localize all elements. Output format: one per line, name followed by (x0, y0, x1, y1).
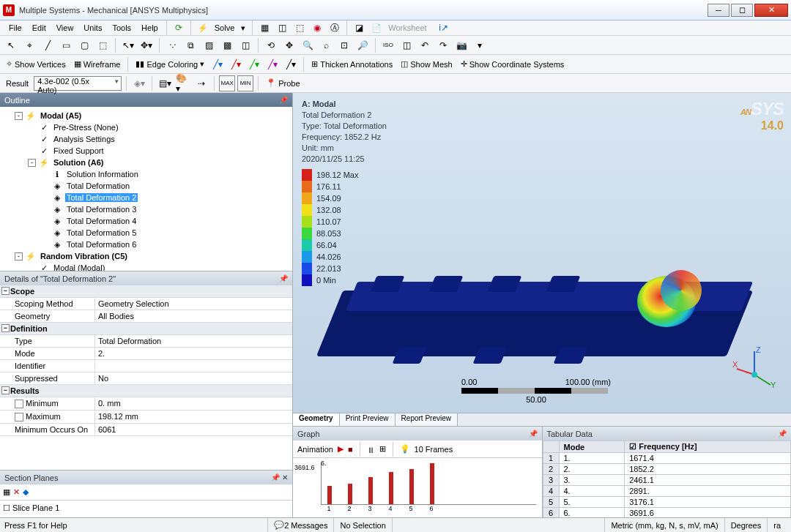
tb-icon-4[interactable]: ◉ (309, 20, 325, 36)
sel-face-icon[interactable]: ▭ (58, 37, 74, 53)
vector-icon[interactable]: ⇢ (193, 75, 209, 91)
tree-node[interactable]: ◈Total Deformation 2 (1, 192, 291, 203)
show-coord-button[interactable]: ✛Show Coordinate Systems (458, 59, 568, 69)
viewport[interactable]: A: Modal Total Deformation 2 Type: Total… (293, 93, 791, 426)
views-dd-icon[interactable]: ▾ (472, 37, 488, 53)
edge-3-icon[interactable]: ╱▾ (246, 56, 262, 72)
detail-row[interactable]: Minimum0. mm (0, 397, 292, 411)
filter-body-icon[interactable]: ▩ (219, 37, 235, 53)
tree-node[interactable]: ◈Total Deformation 5 (1, 227, 291, 239)
detail-row[interactable]: Maximum198.12 mm (0, 411, 292, 424)
tree-node[interactable]: ✓Pre-Stress (None) (1, 121, 291, 133)
view-iso-icon[interactable]: ISO (380, 37, 396, 53)
view-next-icon[interactable]: ↷ (435, 37, 451, 53)
close-button[interactable]: ✕ (754, 4, 788, 17)
tree-node[interactable]: -⚡Random Vibration (C5) (1, 250, 291, 262)
sp-del-icon[interactable]: ✕ (13, 487, 20, 497)
min-tag-icon[interactable]: MIN (237, 75, 253, 91)
menu-units[interactable]: Units (79, 22, 106, 34)
graph-chart[interactable]: 3691.6 6. 123456 (293, 458, 542, 521)
edge-5-icon[interactable]: ╱▾ (283, 56, 299, 72)
tree-node[interactable]: ✓Fixed Support (1, 145, 291, 157)
bulb-icon[interactable]: 💡 (400, 444, 410, 454)
tree-node[interactable]: ◈Total Deformation 3 (1, 203, 291, 215)
view-prev-icon[interactable]: ↶ (417, 37, 433, 53)
result-scale-combo[interactable]: 4.3e-002 (0.5x Auto) (34, 76, 122, 91)
outline-tree[interactable]: -⚡Modal (A5)✓Pre-Stress (None)✓Analysis … (0, 107, 292, 271)
refresh-icon[interactable]: ⟳ (171, 20, 187, 36)
show-vertices-button[interactable]: ✧Show Vertices (3, 59, 69, 69)
menu-help[interactable]: Help (137, 22, 163, 34)
slice-plane-checkbox[interactable]: ☐ (3, 503, 10, 512)
sp-new-icon[interactable]: ▦ (3, 487, 10, 497)
edge-2-icon[interactable]: ╱▾ (228, 56, 244, 72)
probe-button[interactable]: 📍Probe (263, 78, 302, 88)
pin-icon[interactable]: 📌 (279, 274, 288, 282)
tb-icon-3[interactable]: ⬚ (291, 20, 308, 36)
contour-icon[interactable]: ◈▾ (131, 75, 147, 91)
edge-4-icon[interactable]: ╱▾ (264, 56, 281, 72)
tree-node[interactable]: ◈Total Deformation (1, 180, 291, 192)
sel-vertex-icon[interactable]: ⌖ (21, 37, 37, 53)
tb-icon-2[interactable]: ◫ (274, 20, 290, 36)
solve-button[interactable]: ⚡Solve ▾ (195, 22, 249, 34)
worksheet-button[interactable]: 📄Worksheet (368, 22, 434, 34)
filter-node-icon[interactable]: ◫ (237, 37, 253, 53)
color-icon[interactable]: 🎨▾ (175, 75, 191, 91)
slice-plane-item[interactable]: Slice Plane 1 (12, 503, 59, 512)
details-panel[interactable]: ScopeScoping MethodGeometry SelectionGeo… (0, 285, 292, 470)
pin-icon[interactable]: 📌 (778, 430, 787, 438)
play-button[interactable]: ▶ (338, 444, 343, 454)
sel-cursor-icon[interactable]: ↖ (3, 37, 19, 53)
view-front-icon[interactable]: ◫ (398, 37, 415, 53)
tb-icon-5[interactable]: Ⓐ (327, 20, 343, 36)
info-icon[interactable]: i↗ (436, 20, 452, 36)
filter-face-icon[interactable]: ▨ (201, 37, 217, 53)
stop-button[interactable]: ■ (348, 445, 353, 454)
pan-icon[interactable]: ✥ (281, 37, 297, 53)
detail-row[interactable]: SuppressedNo (0, 372, 292, 385)
anim-opt1-icon[interactable]: ⫼ (367, 445, 375, 454)
max-tag-icon[interactable]: MAX (219, 75, 235, 91)
tree-node[interactable]: -⚡Solution (A6) (1, 157, 291, 168)
detail-row[interactable]: Minimum Occurs On6061 (0, 424, 292, 436)
minimize-button[interactable]: ─ (708, 4, 729, 17)
edge-1-icon[interactable]: ╱▾ (209, 56, 226, 72)
tb-icon-6[interactable]: ◪ (351, 20, 367, 36)
anim-opt2-icon[interactable]: ⊞ (379, 444, 386, 454)
zoom-fit-icon[interactable]: ⊡ (336, 37, 352, 53)
camera-icon[interactable]: 📷 (453, 37, 469, 53)
menu-view[interactable]: View (52, 22, 78, 34)
pin-icon[interactable]: 📌 (529, 430, 538, 438)
detail-row[interactable]: GeometryAll Bodies (0, 310, 292, 323)
tab-print-preview[interactable]: Print Preview (340, 413, 396, 426)
sel-edge-icon[interactable]: ╱ (40, 37, 56, 53)
menu-tools[interactable]: Tools (108, 22, 135, 34)
tb-icon-1[interactable]: ▦ (256, 20, 272, 36)
maximize-button[interactable]: ◻ (731, 4, 753, 17)
zoom-sel-icon[interactable]: 🔎 (354, 37, 371, 53)
edge-coloring-button[interactable]: ▮▮Edge Coloring ▾ (133, 59, 207, 69)
filter-edge-icon[interactable]: ⧉ (182, 37, 198, 53)
zoom-in-icon[interactable]: 🔍 (300, 37, 316, 53)
sel-body-icon[interactable]: ▢ (76, 37, 92, 53)
tree-node[interactable]: ℹSolution Information (1, 168, 291, 180)
tree-node[interactable]: ✓Analysis Settings (1, 133, 291, 145)
cursor-mode-icon[interactable]: ↖▾ (120, 37, 136, 53)
sp-show-icon[interactable]: ◆ (23, 487, 29, 497)
menu-edit[interactable]: Edit (28, 22, 51, 34)
pin-icon[interactable]: 📌 (279, 96, 288, 104)
filter-vert-icon[interactable]: ⸪ (164, 37, 180, 53)
detail-row[interactable]: TypeTotal Deformation (0, 335, 292, 348)
detail-row[interactable]: Identifier (0, 360, 292, 372)
rotate-icon[interactable]: ⟲ (263, 37, 279, 53)
pin-icon[interactable]: 📌 ✕ (271, 473, 288, 482)
wireframe-button[interactable]: ▦Wireframe (71, 59, 124, 69)
tab-geometry[interactable]: Geometry (293, 413, 340, 426)
tree-node[interactable]: -⚡Modal (A5) (1, 110, 291, 121)
sel-box-icon[interactable]: ⬚ (94, 37, 111, 53)
detail-row[interactable]: Scoping MethodGeometry Selection (0, 298, 292, 310)
tree-node[interactable]: ✓Modal (Modal) (1, 262, 291, 271)
tree-node[interactable]: ◈Total Deformation 4 (1, 215, 291, 227)
detail-row[interactable]: Mode2. (0, 348, 292, 360)
